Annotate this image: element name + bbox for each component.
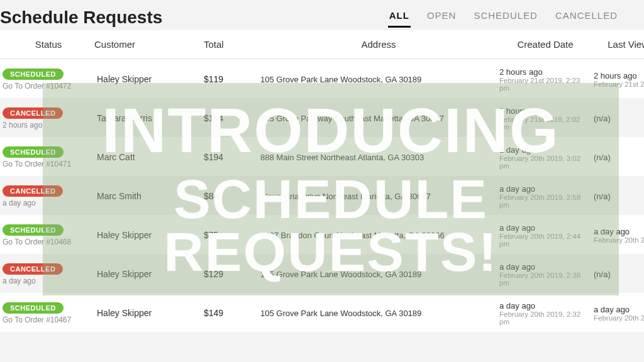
tab-cancelled[interactable]: CANCELLED	[554, 6, 619, 28]
page-root: Schedule Requests ALL OPEN SCHEDULED CAN…	[0, 0, 644, 362]
row-total: $75	[201, 230, 258, 240]
table-row[interactable]: SCHEDULEDGo To Order #10468Haley Skipper…	[0, 215, 644, 254]
row-total: $84	[201, 191, 258, 201]
row-customer: Tamara Harris	[94, 113, 201, 123]
row-last-viewed: a day agoFebruary 20th 201	[591, 227, 644, 244]
col-last-viewed[interactable]: Last Viewed	[591, 39, 644, 50]
row-created: 3 hours agoFebruary 21st 2019, 2:02 pm	[497, 106, 591, 131]
tab-open[interactable]: OPEN	[426, 6, 458, 28]
row-created: a day agoFebruary 20th 2019, 2:38 pm	[497, 262, 591, 287]
tab-scheduled[interactable]: SCHEDULED	[472, 6, 539, 28]
row-address: 4407 Brandon Court Northeast Marietta, G…	[258, 231, 497, 240]
row-last-viewed: 2 hours agoFebruary 21st 201	[591, 71, 644, 88]
row-last-viewed: (n/a)	[591, 270, 644, 279]
row-address: 105 Grove Park Lane Woodstock, GA 30189	[258, 270, 497, 279]
row-address: Alexandria Drive Northeast Marietta, GA …	[258, 192, 497, 201]
row-customer: Haley Skipper	[94, 269, 201, 279]
row-created: 2 hours agoFebruary 21st 2019, 2:23 pm	[497, 67, 591, 92]
row-total: $194	[201, 152, 258, 162]
page-title: Schedule Requests	[0, 8, 162, 28]
status-subline: a day ago	[3, 277, 36, 285]
row-last-viewed: (n/a)	[591, 114, 644, 123]
table-row[interactable]: 3CANCELLED2 hours agoTamara Harris$15499…	[0, 98, 644, 137]
row-created: a day agoFebruary 20th 2019, 2:32 pm	[497, 301, 591, 326]
status-badge: SCHEDULED	[3, 146, 64, 158]
row-status: CANCELLED2 hours ago	[0, 107, 94, 129]
table-row[interactable]: CANCELLEDa day agoMarc Smith$84Alexandri…	[0, 176, 644, 215]
row-address: 105 Grove Park Lane Woodstock, GA 30189	[258, 309, 497, 318]
row-total: $149	[201, 308, 258, 318]
row-total: $129	[201, 269, 258, 279]
status-badge: CANCELLED	[3, 263, 63, 275]
row-customer: Marc Catt	[94, 152, 201, 162]
status-subline: 2 hours ago	[3, 121, 42, 129]
col-customer[interactable]: Customer	[94, 39, 201, 50]
filter-tabs: ALL OPEN SCHEDULED CANCELLED	[388, 6, 644, 28]
row-total: $119	[201, 74, 258, 84]
table-row[interactable]: CANCELLEDa day agoHaley Skipper$129105 G…	[0, 254, 644, 293]
col-created[interactable]: Created Date	[497, 39, 591, 50]
row-last-viewed: a day agoFebruary 20th 201	[591, 305, 644, 322]
table-row[interactable]: 2SCHEDULEDGo To Order #10471Marc Catt$19…	[0, 137, 644, 176]
requests-table: ID Status Customer Total Address Created…	[0, 30, 644, 332]
row-created: a day agoFebruary 20th 2019, 3:02 pm	[497, 145, 591, 170]
row-last-viewed: (n/a)	[591, 192, 644, 201]
status-subline[interactable]: Go To Order #10467	[3, 315, 71, 324]
row-customer: Marc Smith	[94, 191, 201, 201]
status-badge: SCHEDULED	[3, 69, 64, 80]
col-total[interactable]: Total	[201, 39, 258, 50]
row-address: 995 Grove Parkway Southeast Marietta, GA…	[258, 114, 497, 123]
header: Schedule Requests ALL OPEN SCHEDULED CAN…	[0, 0, 644, 30]
row-last-viewed: (n/a)	[591, 153, 644, 162]
row-status: SCHEDULEDGo To Order #10472	[0, 69, 94, 90]
status-subline: a day ago	[3, 199, 36, 207]
tab-all[interactable]: ALL	[388, 6, 411, 28]
row-status: CANCELLEDa day ago	[0, 185, 94, 207]
table-body: 5SCHEDULEDGo To Order #10472Haley Skippe…	[0, 59, 644, 332]
row-created: a day agoFebruary 20th 2019, 2:58 pm	[497, 184, 591, 209]
status-badge: CANCELLED	[3, 185, 63, 197]
row-total: $154	[201, 113, 258, 123]
status-subline[interactable]: Go To Order #10471	[3, 160, 71, 168]
status-subline[interactable]: Go To Order #10468	[3, 238, 71, 246]
row-status: CANCELLEDa day ago	[0, 263, 94, 285]
col-address[interactable]: Address	[258, 39, 497, 50]
row-status: SCHEDULEDGo To Order #10467	[0, 302, 94, 324]
status-badge: SCHEDULED	[3, 302, 64, 314]
status-badge: CANCELLED	[3, 107, 63, 119]
row-customer: Haley Skipper	[94, 74, 201, 84]
table-header: ID Status Customer Total Address Created…	[0, 30, 644, 59]
row-address: 888 Main Street Northeast Atlanta, GA 30…	[258, 153, 497, 162]
row-customer: Haley Skipper	[94, 308, 201, 318]
table-row[interactable]: 5SCHEDULEDGo To Order #10472Haley Skippe…	[0, 59, 644, 98]
col-status[interactable]: Status	[0, 39, 94, 50]
row-customer: Haley Skipper	[94, 230, 201, 240]
status-badge: SCHEDULED	[3, 224, 64, 236]
row-address: 105 Grove Park Lane Woodstock, GA 30189	[258, 75, 497, 84]
status-subline[interactable]: Go To Order #10472	[3, 82, 71, 90]
row-created: a day agoFebruary 20th 2019, 2:44 pm	[497, 223, 591, 248]
table-row[interactable]: SCHEDULEDGo To Order #10467Haley Skipper…	[0, 293, 644, 332]
row-status: SCHEDULEDGo To Order #10468	[0, 224, 94, 246]
row-status: SCHEDULEDGo To Order #10471	[0, 146, 94, 168]
